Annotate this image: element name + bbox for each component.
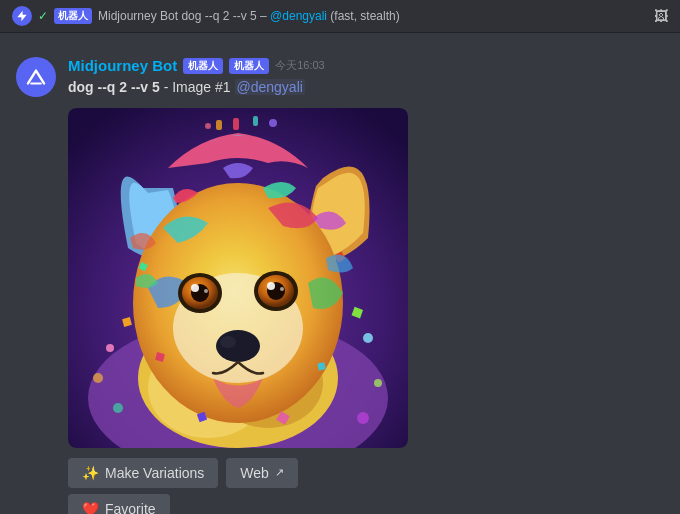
notification-bot-name: Midjourney Bot	[98, 9, 178, 23]
message-mention: @dengyali	[235, 79, 305, 95]
svg-point-32	[357, 412, 369, 424]
svg-rect-34	[233, 118, 239, 130]
bot-avatar-small	[12, 6, 32, 26]
make-variations-icon: ✨	[82, 465, 99, 481]
message-container: Midjourney Bot 机器人 机器人 今天16:03 dog --q 2…	[0, 41, 680, 514]
timestamp: 今天16:03	[275, 58, 325, 73]
favorite-button[interactable]: ❤️ Favorite	[68, 494, 170, 514]
bot-badge: 机器人	[183, 58, 223, 74]
favorite-icon: ❤️	[82, 501, 99, 514]
svg-point-19	[220, 336, 236, 348]
svg-point-38	[205, 123, 211, 129]
web-label: Web	[240, 465, 269, 481]
svg-rect-35	[253, 116, 258, 126]
svg-point-11	[191, 284, 199, 292]
svg-point-0	[20, 61, 52, 93]
message-row: Midjourney Bot 机器人 机器人 今天16:03 dog --q 2…	[16, 53, 664, 514]
svg-point-33	[113, 403, 123, 413]
notification-mention: @dengyali	[270, 9, 327, 23]
message-suffix: - Image #1	[164, 79, 231, 95]
message-bold: dog --q 2 --v 5	[68, 79, 160, 95]
svg-point-12	[204, 289, 208, 293]
svg-point-31	[93, 373, 103, 383]
svg-rect-21	[318, 362, 326, 370]
web-button[interactable]: Web ↗	[226, 458, 298, 488]
image-icon: 🖼	[654, 8, 668, 24]
midjourney-logo	[20, 61, 52, 93]
svg-point-16	[267, 282, 275, 290]
machine-badge-top: 机器人	[54, 8, 92, 24]
web-icon: ↗	[275, 466, 284, 479]
notification-sender: Midjourney Bot dog --q 2 --v 5 – @dengya…	[98, 9, 400, 23]
avatar	[16, 57, 56, 97]
svg-point-37	[269, 119, 277, 127]
svg-rect-36	[216, 120, 222, 130]
button-row-2: ❤️ Favorite	[68, 494, 664, 514]
button-row-1: ✨ Make Variations Web ↗	[68, 458, 664, 488]
notification-bar: ✓ 机器人 Midjourney Bot dog --q 2 --v 5 – @…	[0, 0, 680, 33]
message-content: Midjourney Bot 机器人 机器人 今天16:03 dog --q 2…	[68, 57, 664, 514]
machine-badge: 机器人	[229, 58, 269, 74]
notification-command: dog --q 2 --v 5 –	[181, 9, 270, 23]
sender-name: Midjourney Bot	[68, 57, 177, 74]
svg-point-29	[106, 344, 114, 352]
dog-image	[68, 108, 408, 448]
svg-point-17	[280, 287, 284, 291]
make-variations-button[interactable]: ✨ Make Variations	[68, 458, 218, 488]
make-variations-label: Make Variations	[105, 465, 204, 481]
message-header: Midjourney Bot 机器人 机器人 今天16:03	[68, 57, 664, 74]
image-wrapper	[68, 108, 408, 448]
favorite-label: Favorite	[105, 501, 156, 514]
check-badge: ✓	[38, 9, 48, 23]
message-text: dog --q 2 --v 5 - Image #1 @dengyali	[68, 78, 664, 98]
svg-point-28	[363, 333, 373, 343]
svg-point-30	[374, 379, 382, 387]
notification-tags: (fast, stealth)	[330, 9, 399, 23]
